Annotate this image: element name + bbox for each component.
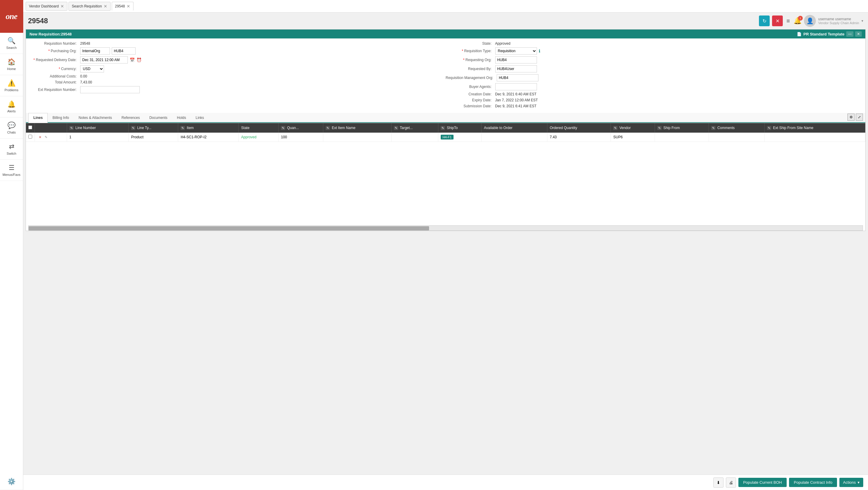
- row-actions: ✕ ✎: [37, 134, 64, 140]
- row-shipto: H4-F1: [438, 133, 482, 142]
- col-line-type: ✎ Line Ty...: [129, 123, 178, 133]
- clock-icon-button[interactable]: ⏰: [136, 58, 142, 62]
- requisition-number-row: Requisition Number: 29548: [31, 41, 446, 45]
- select-all-checkbox[interactable]: [28, 125, 32, 129]
- sidebar-label-switch: Switch: [6, 152, 16, 155]
- tab-notes-attachments[interactable]: Notes & Attachments: [74, 113, 117, 123]
- sidebar-item-chats[interactable]: 💬 Chats: [0, 117, 23, 139]
- populate-boh-button[interactable]: Populate Current BOH: [738, 478, 787, 487]
- row-item: H4-SC1-ROP-I2: [178, 133, 239, 142]
- horizontal-scrollbar[interactable]: [28, 225, 863, 231]
- requested-by-row: Requested By:: [446, 65, 861, 72]
- sidebar-item-search[interactable]: 🔍 Search: [0, 33, 23, 54]
- sidebar-label-problems: Problems: [4, 88, 18, 92]
- currency-row: Currency: USD: [31, 65, 446, 72]
- tab-lines[interactable]: Lines: [28, 113, 48, 123]
- actions-button[interactable]: Actions ▾: [839, 478, 863, 487]
- tab-label-search-requisition: Search Requisition: [72, 4, 102, 8]
- tab-close-vendor-dashboard[interactable]: ✕: [61, 4, 64, 8]
- submission-date-label: Submission Date:: [446, 104, 493, 108]
- sidebar-item-settings[interactable]: ⚙️: [0, 473, 23, 490]
- ext-req-number-row: Ext Requisition Number:: [31, 86, 446, 93]
- requisition-panel: New Requisition:29548 📄 PR Standard Temp…: [26, 29, 866, 231]
- table-settings-button[interactable]: ⚙: [847, 114, 855, 121]
- state-value: Approved: [495, 41, 510, 45]
- expiry-date-row: Expiry Date: Jan 7, 2022 12:00 AM EST: [446, 98, 861, 102]
- buyer-agents-input[interactable]: [495, 83, 537, 90]
- req-type-select[interactable]: Requisition: [495, 48, 537, 55]
- home-icon: 🏠: [7, 58, 16, 66]
- panel-minimize-button[interactable]: —: [846, 31, 854, 37]
- refresh-button[interactable]: ↻: [759, 16, 770, 26]
- header-actions: ↻ ✕ ≡ 🔔 1 👤 username username Vendor Sup…: [759, 15, 863, 27]
- req-type-info-button[interactable]: ℹ: [539, 49, 540, 53]
- row-quantity: 100: [279, 133, 323, 142]
- req-mgmt-org-input[interactable]: [497, 74, 538, 81]
- purchasing-org-row: Purchasing Org:: [31, 48, 446, 55]
- user-role: Vendor Supply Chain Admin: [818, 21, 859, 25]
- purchasing-org-input1[interactable]: [80, 48, 110, 55]
- sidebar-item-problems[interactable]: ⚠️ Problems: [0, 75, 23, 96]
- print-button[interactable]: 🖨: [726, 478, 736, 488]
- content-tabs-bar: Lines Billing Info Notes & Attachments R…: [26, 113, 865, 123]
- actions-label: Actions: [843, 480, 856, 485]
- menu-button[interactable]: ≡: [785, 17, 791, 26]
- calendar-icon-button[interactable]: 📅: [130, 58, 135, 62]
- app-logo[interactable]: one: [0, 0, 23, 33]
- user-details: username username Vendor Supply Chain Ad…: [818, 17, 859, 25]
- delivery-date-input[interactable]: [80, 56, 128, 63]
- settings-icon: ⚙️: [7, 478, 16, 486]
- currency-select[interactable]: USD: [80, 65, 104, 72]
- tab-links[interactable]: Links: [191, 113, 209, 123]
- scrollbar-thumb[interactable]: [29, 226, 429, 231]
- table-header-row: ✎ Line Number ✎ Line Ty... ✎ Item Stat: [26, 123, 865, 133]
- row-edit-icon[interactable]: ✎: [43, 134, 49, 140]
- sidebar-label-search: Search: [6, 46, 17, 50]
- tab-vendor-dashboard[interactable]: Vendor Dashboard ✕: [26, 2, 67, 11]
- requesting-org-row: Requesting Org:: [446, 56, 861, 63]
- col-vendor: ✎ Vendor: [611, 123, 655, 133]
- sidebar-item-switch[interactable]: ⇄ Switch: [0, 139, 23, 160]
- tab-holds[interactable]: Holds: [172, 113, 191, 123]
- tab-29548[interactable]: 29548 ✕: [112, 2, 133, 11]
- tab-close-search-requisition[interactable]: ✕: [104, 4, 107, 8]
- row-checkbox-cell[interactable]: [26, 133, 35, 142]
- tab-search-requisition[interactable]: Search Requisition ✕: [68, 2, 111, 11]
- print-icon: 🖨: [729, 480, 733, 485]
- tab-close-29548[interactable]: ✕: [127, 4, 130, 8]
- sidebar-item-alerts[interactable]: 🔔 Alerts: [0, 96, 23, 117]
- form-right-column: State: Approved Requisition Type: Requis…: [446, 41, 861, 108]
- tab-references[interactable]: References: [117, 113, 145, 123]
- row-ext-item-name: [323, 133, 391, 142]
- ext-req-number-input[interactable]: [80, 86, 140, 93]
- row-checkbox[interactable]: [28, 135, 32, 139]
- sidebar-item-home[interactable]: 🏠 Home: [0, 54, 23, 75]
- logo-text: one: [6, 11, 17, 21]
- tab-documents[interactable]: Documents: [145, 113, 172, 123]
- purchasing-org-input2[interactable]: [112, 48, 135, 55]
- buyer-agents-row: Buyer Agents:: [446, 83, 861, 90]
- col-ext-ship-from: ✎ Ext Ship From Site Name: [764, 123, 865, 133]
- sidebar-label-alerts: Alerts: [7, 110, 16, 113]
- tab-billing-info[interactable]: Billing Info: [48, 113, 73, 123]
- tab-label-vendor-dashboard: Vendor Dashboard: [29, 4, 59, 8]
- sidebar-item-menus[interactable]: ☰ Menus/Favs: [0, 160, 23, 181]
- notification-bell[interactable]: 🔔 1: [794, 17, 802, 25]
- close-button[interactable]: ✕: [772, 16, 783, 26]
- table-expand-button[interactable]: ⤢: [856, 114, 863, 121]
- user-info[interactable]: 👤 username username Vendor Supply Chain …: [804, 15, 863, 27]
- req-number-label: Requisition Number:: [31, 41, 79, 45]
- req-type-label: Requisition Type:: [446, 49, 493, 53]
- download-button[interactable]: ⬇: [713, 478, 723, 488]
- template-icon: 📄: [797, 32, 802, 36]
- populate-contract-button[interactable]: Populate Contract Info: [789, 478, 837, 487]
- requested-by-input[interactable]: [495, 65, 537, 72]
- buyer-agents-label: Buyer Agents:: [446, 85, 493, 89]
- requesting-org-input[interactable]: [495, 56, 537, 63]
- creation-date-label: Creation Date:: [446, 92, 493, 96]
- chats-icon: 💬: [7, 122, 16, 129]
- tab-label-29548: 29548: [115, 4, 125, 8]
- panel-close-button[interactable]: ✕: [855, 31, 862, 37]
- row-delete-button[interactable]: ✕: [37, 134, 42, 140]
- shipto-badge: H4-F1: [441, 135, 454, 140]
